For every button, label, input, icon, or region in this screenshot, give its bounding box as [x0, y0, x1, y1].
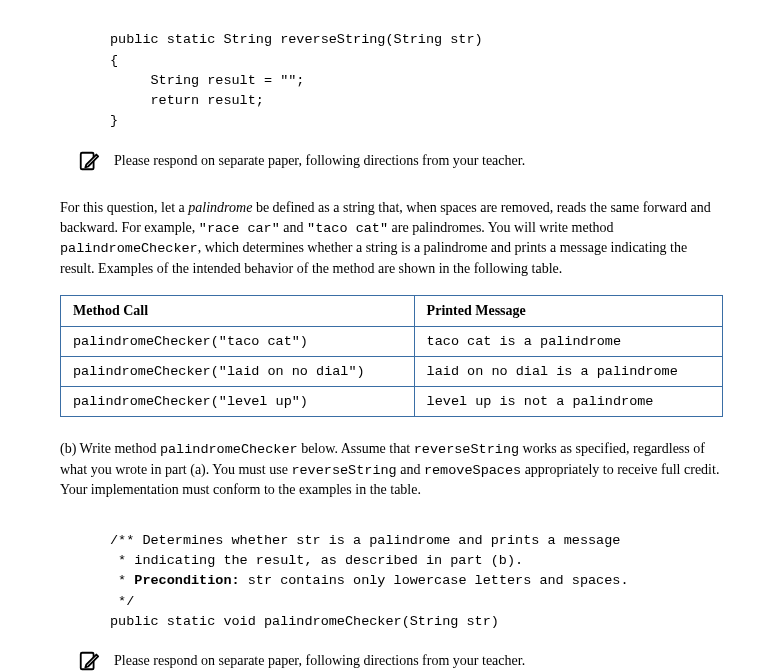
respond-text: Please respond on separate paper, follow…: [114, 653, 525, 669]
code-line: return result;: [110, 93, 264, 108]
part-b-text: below. Assume that: [298, 441, 414, 456]
respond-prompt-2: Please respond on separate paper, follow…: [78, 650, 723, 672]
table-cell-msg: level up is not a palindrome: [414, 387, 722, 417]
table-cell-call: palindromeChecker("laid on no dial"): [61, 357, 415, 387]
table-cell-call: palindromeChecker("taco cat"): [61, 327, 415, 357]
part-b-text: Write method: [76, 441, 160, 456]
table-row: palindromeChecker("level up") level up i…: [61, 387, 723, 417]
palindrome-term: palindrome: [188, 200, 252, 215]
intro-paragraph: For this question, let a palindrome be d…: [60, 198, 723, 280]
table-row: palindromeChecker("laid on no dial") lai…: [61, 357, 723, 387]
page-content: public static String reverseString(Strin…: [0, 0, 783, 672]
part-b-label: (b): [60, 441, 76, 456]
table-header-call: Method Call: [61, 296, 415, 327]
inline-code-method: reverseString: [414, 442, 519, 457]
table-row: palindromeChecker("taco cat") taco cat i…: [61, 327, 723, 357]
intro-text: and: [280, 220, 307, 235]
inline-code-method: palindromeChecker: [160, 442, 298, 457]
code-block-reverse-string: public static String reverseString(Strin…: [110, 10, 723, 132]
code-block-palindrome-checker: /** Determines whether str is a palindro…: [110, 511, 723, 633]
table-header-msg: Printed Message: [414, 296, 722, 327]
code-line: public static String reverseString(Strin…: [110, 32, 483, 47]
code-line: /** Determines whether str is a palindro…: [110, 533, 620, 548]
code-line: {: [110, 53, 118, 68]
code-line: String result = "";: [110, 73, 304, 88]
part-b-text: and: [397, 462, 424, 477]
code-line: str contains only lowercase letters and …: [240, 573, 629, 588]
respond-text: Please respond on separate paper, follow…: [114, 153, 525, 169]
table-cell-msg: laid on no dial is a palindrome: [414, 357, 722, 387]
intro-text: are palindromes. You will write method: [388, 220, 614, 235]
code-line: public static void palindromeChecker(Str…: [110, 614, 499, 629]
inline-code-method: reverseString: [291, 463, 396, 478]
inline-code-example: "taco cat": [307, 221, 388, 236]
part-b-paragraph: (b) Write method palindromeChecker below…: [60, 439, 723, 500]
intro-text: For this question, let a: [60, 200, 188, 215]
precondition-label: Precondition:: [134, 573, 239, 588]
code-line: }: [110, 113, 118, 128]
examples-table: Method Call Printed Message palindromeCh…: [60, 295, 723, 417]
code-line: * indicating the result, as described in…: [110, 553, 523, 568]
code-line: *: [110, 573, 134, 588]
code-line: */: [110, 594, 134, 609]
table-cell-call: palindromeChecker("level up"): [61, 387, 415, 417]
table-cell-msg: taco cat is a palindrome: [414, 327, 722, 357]
inline-code-method: removeSpaces: [424, 463, 521, 478]
respond-prompt-1: Please respond on separate paper, follow…: [78, 150, 723, 172]
edit-paper-icon: [78, 650, 100, 672]
table-header-row: Method Call Printed Message: [61, 296, 723, 327]
edit-paper-icon: [78, 150, 100, 172]
inline-code-method: palindromeChecker: [60, 241, 198, 256]
inline-code-example: "race car": [199, 221, 280, 236]
